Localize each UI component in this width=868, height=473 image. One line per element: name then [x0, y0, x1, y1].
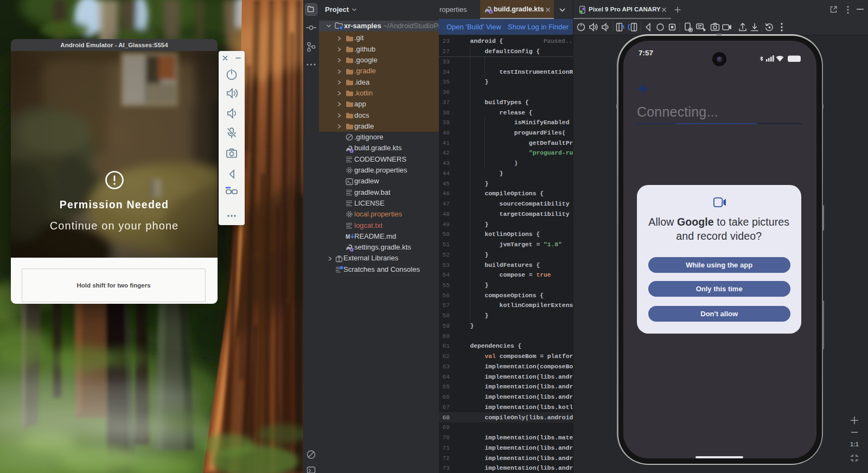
- svg-text:k: k: [351, 149, 353, 152]
- svg-text:k: k: [351, 248, 353, 251]
- svg-text:1:1: 1:1: [850, 441, 859, 448]
- svg-text:M: M: [346, 234, 350, 240]
